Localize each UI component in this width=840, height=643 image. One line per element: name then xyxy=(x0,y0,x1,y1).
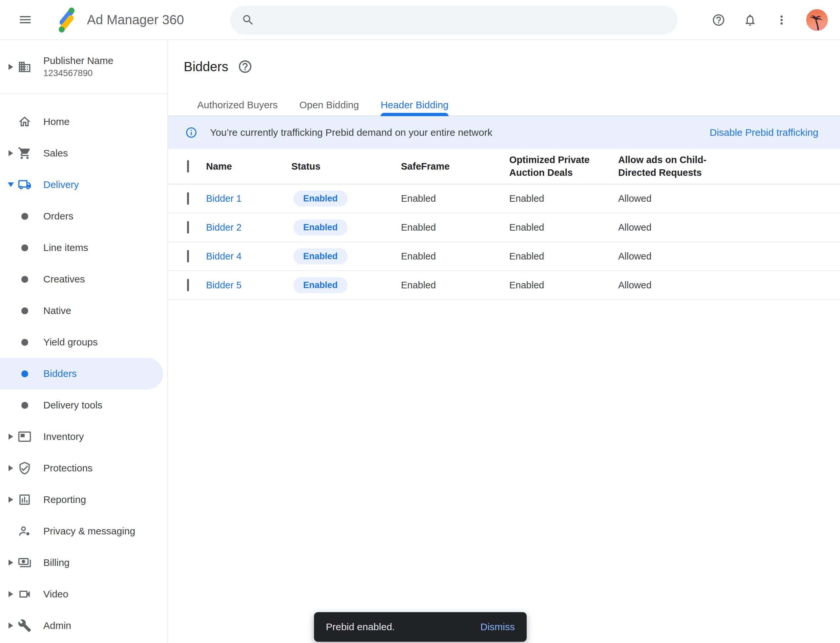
table-row: Bidder 2 Enabled Enabled Enabled Allowed xyxy=(168,213,840,242)
sidebar-item-delivery[interactable]: Delivery xyxy=(0,169,167,201)
snackbar-toast: Prebid enabled. Dismiss xyxy=(314,612,527,642)
expand-arrow-icon xyxy=(8,497,13,503)
sidebar-item-admin[interactable]: Admin xyxy=(0,610,167,641)
help-icon[interactable] xyxy=(237,59,253,74)
column-header-safeframe: SafeFrame xyxy=(401,161,509,172)
bullet-dot xyxy=(21,276,28,283)
home-icon xyxy=(18,115,31,129)
column-header-opt-deals: Optimized Private Auction Deals xyxy=(509,153,611,179)
truck-icon xyxy=(18,178,31,192)
wrench-icon xyxy=(18,619,31,633)
bullet-dot xyxy=(21,370,28,377)
dismiss-button[interactable]: Dismiss xyxy=(480,621,515,633)
page-title: Bidders xyxy=(184,59,228,74)
sidebar-item-creatives[interactable]: Creatives xyxy=(0,263,167,295)
sidebar-item-delivery-tools[interactable]: Delivery tools xyxy=(0,389,167,421)
table-row: Bidder 4 Enabled Enabled Enabled Allowed xyxy=(168,242,840,271)
select-all-checkbox[interactable] xyxy=(187,160,189,173)
sidebar-item-inventory[interactable]: Inventory xyxy=(0,421,167,452)
toast-message: Prebid enabled. xyxy=(326,621,395,633)
table-row: Bidder 1 Enabled Enabled Enabled Allowed xyxy=(168,184,840,213)
info-icon xyxy=(185,126,198,139)
child-directed-cell: Allowed xyxy=(618,193,840,204)
app-header: Ad Manager 360 xyxy=(0,0,840,40)
main-content: Bidders Authorized Buyers Open Bidding H… xyxy=(168,40,840,643)
bullet-dot xyxy=(21,245,28,251)
sidebar-item-video[interactable]: Video xyxy=(0,578,167,610)
sidebar: Publisher Name 1234567890 Home Sales Del… xyxy=(0,40,168,643)
sidebar-item-orders[interactable]: Orders xyxy=(0,201,167,232)
search-bar[interactable] xyxy=(230,6,678,34)
tab-open-bidding[interactable]: Open Bidding xyxy=(288,95,370,116)
sidebar-item-billing[interactable]: Billing xyxy=(0,547,167,578)
header-actions xyxy=(712,0,828,40)
safeframe-cell: Enabled xyxy=(401,280,509,290)
hamburger-menu-icon[interactable] xyxy=(18,13,33,27)
table-header: Name Status SafeFrame Optimized Private … xyxy=(168,149,840,184)
prebid-banner: You’re currently trafficking Prebid dema… xyxy=(168,116,840,149)
videocam-icon xyxy=(18,587,31,601)
sidebar-item-protections[interactable]: Protections xyxy=(0,452,167,484)
child-directed-cell: Allowed xyxy=(618,280,840,290)
publisher-id: 1234567890 xyxy=(43,68,113,78)
expand-arrow-icon xyxy=(8,560,13,566)
bidder-link[interactable]: Bidder 5 xyxy=(206,280,291,290)
tab-header-bidding[interactable]: Header Bidding xyxy=(370,95,459,116)
avatar[interactable] xyxy=(806,9,828,31)
search-input[interactable] xyxy=(263,10,678,30)
opt-deals-cell: Enabled xyxy=(509,280,618,290)
sidebar-item-sales[interactable]: Sales xyxy=(0,137,167,169)
bullet-dot xyxy=(21,213,28,220)
collapse-arrow-icon xyxy=(8,183,14,187)
row-checkbox[interactable] xyxy=(187,221,189,233)
disable-prebid-link[interactable]: Disable Prebid trafficking xyxy=(710,127,818,138)
status-badge: Enabled xyxy=(293,191,348,207)
sidebar-item-line-items[interactable]: Line items xyxy=(0,232,167,263)
sidebar-item-home[interactable]: Home xyxy=(0,106,167,137)
expand-arrow-icon xyxy=(8,150,13,156)
row-checkbox[interactable] xyxy=(187,192,189,205)
expand-arrow-icon xyxy=(8,64,13,70)
publisher-switcher[interactable]: Publisher Name 1234567890 xyxy=(0,40,167,94)
sidebar-item-bidders[interactable]: Bidders xyxy=(0,358,163,389)
sidebar-item-yield-groups[interactable]: Yield groups xyxy=(0,326,167,358)
status-badge: Enabled xyxy=(293,248,348,264)
sidebar-nav: Home Sales Delivery Orders Line items xyxy=(0,94,167,641)
more-vert-icon[interactable] xyxy=(775,13,788,27)
bidder-link[interactable]: Bidder 2 xyxy=(206,222,291,233)
sidebar-item-privacy-messaging[interactable]: Privacy & messaging xyxy=(0,516,167,547)
publisher-name: Publisher Name xyxy=(43,55,113,66)
row-checkbox[interactable] xyxy=(187,250,189,263)
bidder-link[interactable]: Bidder 4 xyxy=(206,251,291,262)
bullet-dot xyxy=(21,307,28,314)
palm-tree-icon xyxy=(808,12,827,30)
person-badge-icon xyxy=(18,524,31,538)
sidebar-item-native[interactable]: Native xyxy=(0,295,167,326)
banner-message: You’re currently trafficking Prebid dema… xyxy=(210,127,492,138)
payments-icon xyxy=(18,556,31,570)
column-header-name: Name xyxy=(206,161,291,172)
search-icon xyxy=(242,13,255,26)
cart-icon xyxy=(18,146,31,160)
tab-authorized-buyers[interactable]: Authorized Buyers xyxy=(186,95,288,116)
opt-deals-cell: Enabled xyxy=(509,222,618,233)
shield-check-icon xyxy=(18,461,31,475)
bullet-dot xyxy=(21,402,28,409)
child-directed-cell: Allowed xyxy=(618,222,840,233)
bullet-dot xyxy=(21,339,28,346)
child-directed-cell: Allowed xyxy=(618,251,840,262)
ad-manager-logo xyxy=(53,6,80,33)
column-header-child-directed: Allow ads on Child-Directed Requests xyxy=(618,153,720,179)
building-icon xyxy=(18,60,31,74)
expand-arrow-icon xyxy=(8,434,13,440)
notifications-icon[interactable] xyxy=(743,13,757,27)
sidebar-item-reporting[interactable]: Reporting xyxy=(0,484,167,516)
status-badge: Enabled xyxy=(293,277,348,293)
safeframe-cell: Enabled xyxy=(401,193,509,204)
tab-bar: Authorized Buyers Open Bidding Header Bi… xyxy=(168,95,840,116)
help-icon[interactable] xyxy=(712,13,726,27)
safeframe-cell: Enabled xyxy=(401,251,509,262)
app-title: Ad Manager 360 xyxy=(87,13,184,27)
row-checkbox[interactable] xyxy=(187,279,189,291)
bidder-link[interactable]: Bidder 1 xyxy=(206,193,291,204)
